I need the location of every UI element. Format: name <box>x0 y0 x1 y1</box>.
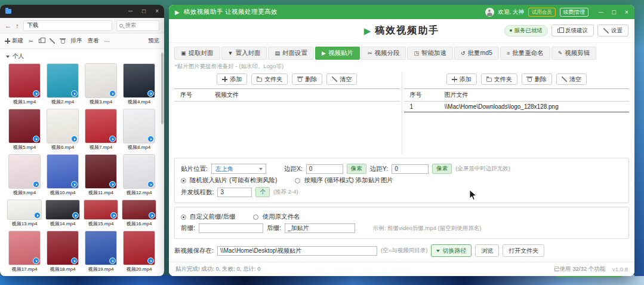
add-button[interactable]: 添加 <box>446 73 477 85</box>
tab-bar: ▣提取封面▼置入封面▤封面设置▶视频贴片✂视频分段◳智能加速↺批量md5≡批量重… <box>169 43 634 60</box>
delete-button[interactable]: 删除 <box>292 73 322 85</box>
tab-封面设置[interactable]: ▤封面设置 <box>268 47 314 60</box>
random-embed-radio[interactable] <box>181 178 186 183</box>
file-explorer-window: ─ □ × ← ↑ 下载 搜索 新建 ✂ 排序 查看 ⋯ 预览 个人 视频1.m… <box>0 5 164 276</box>
sort-button[interactable]: 排序 <box>71 37 82 45</box>
close-button[interactable]: × <box>625 8 628 16</box>
minimize-button[interactable]: ─ <box>128 5 133 18</box>
scrollbar[interactable] <box>161 53 164 271</box>
folder-button[interactable]: 文件夹 <box>481 73 517 85</box>
file-thumbnail <box>85 109 117 143</box>
save-path-input[interactable] <box>217 246 377 256</box>
file-item[interactable]: 视频15.mp4 <box>82 200 119 227</box>
maximize-button[interactable]: □ <box>612 8 616 16</box>
file-item[interactable]: 视频1.mp4 <box>6 63 43 105</box>
tab-视频剪辑[interactable]: ✎视频剪辑 <box>551 47 597 60</box>
open-folder-button[interactable]: 打开文件夹 <box>503 244 544 257</box>
file-thumbnail <box>8 231 41 265</box>
position-select[interactable]: 左上角 <box>211 164 266 174</box>
new-button[interactable]: 新建 <box>5 37 23 45</box>
table-row[interactable]: 1\\Mac\Home\Downloads\logo_128x128.png <box>404 102 630 112</box>
minimize-button[interactable]: ─ <box>599 8 603 16</box>
file-name: 视频4.mp4 <box>128 99 150 105</box>
file-item[interactable]: 视频17.mp4 <box>6 231 43 272</box>
breadcrumb[interactable]: 下载 <box>23 20 113 31</box>
feedback-icon <box>557 29 561 33</box>
switch-path-button[interactable]: 切换路径 <box>431 244 472 257</box>
margin-y-input[interactable] <box>392 164 429 174</box>
margin-x-input[interactable] <box>306 164 343 174</box>
threads-label: 并发线程数: <box>181 188 214 197</box>
tab-视频贴片[interactable]: ▶视频贴片 <box>315 47 360 60</box>
avatar[interactable] <box>485 8 494 17</box>
file-item[interactable]: 视频7.mp4 <box>82 109 119 151</box>
file-item[interactable]: 视频11.mp4 <box>82 154 119 196</box>
file-thumbnail <box>47 154 79 189</box>
tab-智能加速[interactable]: ◳智能加速 <box>407 47 453 60</box>
add-button[interactable]: 添加 <box>217 73 247 85</box>
tab-视频分段[interactable]: ✂视频分段 <box>361 47 406 60</box>
folder-button[interactable]: 文件夹 <box>251 73 288 85</box>
member-badge[interactable]: 试用会员 <box>528 8 556 17</box>
file-item[interactable]: 视频12.mp4 <box>121 154 158 196</box>
file-item[interactable]: 视频14.mp4 <box>44 200 81 227</box>
prefix-input[interactable] <box>199 223 263 233</box>
image-file-panel: 添加文件夹删除清空 序号图片文件 1\\Mac\Home\Downloads\l… <box>404 72 630 154</box>
file-item[interactable]: 视频3.mp4 <box>82 63 119 105</box>
back-icon[interactable]: ← <box>5 22 11 29</box>
file-item[interactable]: 视频5.mp4 <box>6 109 43 151</box>
naming-example: 示例: 前缀video后缀.mp4 (留空则使用原名) <box>373 225 482 232</box>
tab-批量重命名[interactable]: ≡批量重命名 <box>500 47 550 60</box>
play-badge-icon <box>33 136 39 142</box>
custom-name-radio[interactable] <box>181 214 186 220</box>
threads-input[interactable] <box>217 188 252 197</box>
browse-button[interactable]: 浏览 <box>475 244 499 257</box>
suffix-input[interactable] <box>285 223 355 233</box>
tab-提取封面[interactable]: ▣提取封面 <box>174 47 220 60</box>
clear-button[interactable]: 清空 <box>556 73 587 85</box>
feedback-button[interactable]: 反馈建议 <box>551 24 594 36</box>
close-button[interactable]: × <box>155 5 159 18</box>
tab-批量md5[interactable]: ↺批量md5 <box>454 47 499 60</box>
custom-name-label: 自定义前缀/后缀 <box>190 213 235 221</box>
manage-badge[interactable]: 续费|管理 <box>560 8 588 17</box>
cut-icon[interactable]: ✂ <box>29 38 33 44</box>
file-item[interactable]: 视频16.mp4 <box>121 200 158 227</box>
up-icon[interactable]: ↑ <box>16 22 19 29</box>
file-item[interactable]: 视频20.mp4 <box>121 231 158 272</box>
file-item[interactable]: 视频19.mp4 <box>82 231 119 272</box>
button-label: 添加 <box>460 75 472 84</box>
delete-icon[interactable] <box>61 39 65 44</box>
more-icon[interactable]: ⋯ <box>104 38 110 44</box>
copy-icon[interactable] <box>39 39 42 43</box>
file-item[interactable]: 视频9.mp4 <box>6 154 43 196</box>
play-badge-icon <box>34 212 41 219</box>
view-button[interactable]: 查看 <box>88 37 99 45</box>
chevron-down-icon[interactable] <box>6 56 10 58</box>
delete-button[interactable]: 删除 <box>522 73 552 85</box>
version-text: v1.0.8 <box>612 266 628 272</box>
file-item[interactable]: 视频4.mp4 <box>121 63 158 105</box>
file-item[interactable]: 视频10.mp4 <box>44 154 81 196</box>
file-item[interactable]: 视频8.mp4 <box>121 109 158 151</box>
pixel-unit-badge: 像素 <box>432 164 452 174</box>
settings-button[interactable]: 设置 <box>597 24 628 36</box>
file-item[interactable]: 视频2.mp4 <box>44 63 81 105</box>
clear-button[interactable]: 清空 <box>326 73 357 85</box>
file-thumbnail <box>84 200 118 220</box>
file-item[interactable]: 视频6.mp4 <box>44 109 81 151</box>
sequence-embed-radio[interactable] <box>295 178 300 183</box>
search-input[interactable]: 搜索 <box>116 20 159 31</box>
service-status-badge: 服务已就绪 <box>504 25 549 36</box>
rename-icon[interactable] <box>50 38 55 44</box>
file-item[interactable]: 视频18.mp4 <box>44 231 81 272</box>
file-item[interactable]: 视频13.mp4 <box>6 200 43 227</box>
tab-置入封面[interactable]: ▼置入封面 <box>221 47 267 60</box>
random-embed-label: 随机嵌入贴片 (可能有检测风险) <box>190 176 277 185</box>
tab-icon: ▶ <box>322 50 326 56</box>
plus-icon <box>222 76 227 82</box>
original-name-radio[interactable] <box>253 214 258 220</box>
file-name: 视频17.mp4 <box>12 266 38 272</box>
details-pane-button[interactable]: 预览 <box>148 37 159 45</box>
maximize-button[interactable]: □ <box>142 5 146 18</box>
